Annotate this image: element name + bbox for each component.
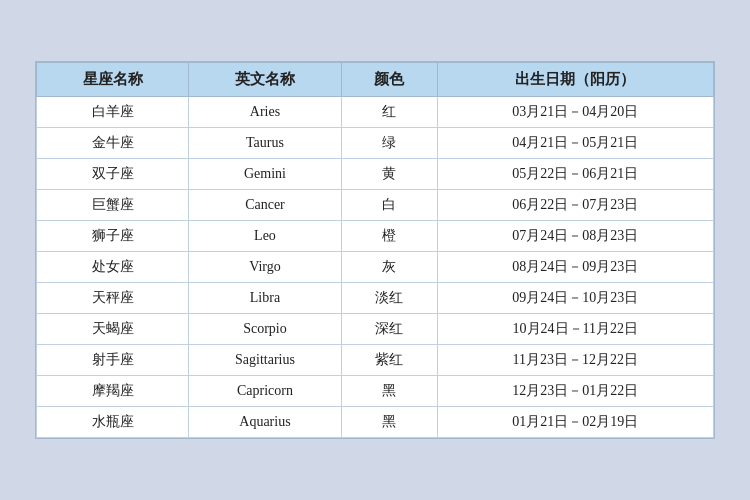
- cell-row3-col3: 06月22日－07月23日: [437, 190, 713, 221]
- table-row: 白羊座Aries红03月21日－04月20日: [37, 97, 714, 128]
- cell-row2-col1: Gemini: [189, 159, 341, 190]
- cell-row7-col2: 深红: [341, 314, 437, 345]
- header-col-2: 颜色: [341, 63, 437, 97]
- cell-row9-col2: 黑: [341, 376, 437, 407]
- cell-row3-col0: 巨蟹座: [37, 190, 189, 221]
- cell-row1-col3: 04月21日－05月21日: [437, 128, 713, 159]
- cell-row1-col2: 绿: [341, 128, 437, 159]
- table-body: 白羊座Aries红03月21日－04月20日金牛座Taurus绿04月21日－0…: [37, 97, 714, 438]
- cell-row7-col3: 10月24日－11月22日: [437, 314, 713, 345]
- cell-row8-col0: 射手座: [37, 345, 189, 376]
- cell-row5-col2: 灰: [341, 252, 437, 283]
- table-row: 天蝎座Scorpio深红10月24日－11月22日: [37, 314, 714, 345]
- table-row: 处女座Virgo灰08月24日－09月23日: [37, 252, 714, 283]
- cell-row6-col1: Libra: [189, 283, 341, 314]
- cell-row6-col2: 淡红: [341, 283, 437, 314]
- cell-row8-col2: 紫红: [341, 345, 437, 376]
- cell-row7-col1: Scorpio: [189, 314, 341, 345]
- cell-row6-col3: 09月24日－10月23日: [437, 283, 713, 314]
- table-row: 水瓶座Aquarius黑01月21日－02月19日: [37, 407, 714, 438]
- cell-row10-col3: 01月21日－02月19日: [437, 407, 713, 438]
- cell-row5-col1: Virgo: [189, 252, 341, 283]
- cell-row8-col1: Sagittarius: [189, 345, 341, 376]
- cell-row2-col3: 05月22日－06月21日: [437, 159, 713, 190]
- table-row: 射手座Sagittarius紫红11月23日－12月22日: [37, 345, 714, 376]
- cell-row9-col1: Capricorn: [189, 376, 341, 407]
- table-row: 巨蟹座Cancer白06月22日－07月23日: [37, 190, 714, 221]
- cell-row10-col2: 黑: [341, 407, 437, 438]
- header-col-3: 出生日期（阳历）: [437, 63, 713, 97]
- table-row: 金牛座Taurus绿04月21日－05月21日: [37, 128, 714, 159]
- table-row: 狮子座Leo橙07月24日－08月23日: [37, 221, 714, 252]
- cell-row5-col3: 08月24日－09月23日: [437, 252, 713, 283]
- cell-row0-col0: 白羊座: [37, 97, 189, 128]
- cell-row3-col2: 白: [341, 190, 437, 221]
- cell-row7-col0: 天蝎座: [37, 314, 189, 345]
- table-row: 摩羯座Capricorn黑12月23日－01月22日: [37, 376, 714, 407]
- cell-row4-col2: 橙: [341, 221, 437, 252]
- cell-row1-col0: 金牛座: [37, 128, 189, 159]
- cell-row5-col0: 处女座: [37, 252, 189, 283]
- cell-row8-col3: 11月23日－12月22日: [437, 345, 713, 376]
- cell-row6-col0: 天秤座: [37, 283, 189, 314]
- cell-row0-col3: 03月21日－04月20日: [437, 97, 713, 128]
- cell-row10-col1: Aquarius: [189, 407, 341, 438]
- cell-row2-col0: 双子座: [37, 159, 189, 190]
- header-col-1: 英文名称: [189, 63, 341, 97]
- zodiac-table: 星座名称英文名称颜色出生日期（阳历） 白羊座Aries红03月21日－04月20…: [36, 62, 714, 438]
- cell-row0-col1: Aries: [189, 97, 341, 128]
- cell-row9-col0: 摩羯座: [37, 376, 189, 407]
- cell-row4-col1: Leo: [189, 221, 341, 252]
- cell-row4-col3: 07月24日－08月23日: [437, 221, 713, 252]
- cell-row1-col1: Taurus: [189, 128, 341, 159]
- cell-row2-col2: 黄: [341, 159, 437, 190]
- table-header-row: 星座名称英文名称颜色出生日期（阳历）: [37, 63, 714, 97]
- table-row: 天秤座Libra淡红09月24日－10月23日: [37, 283, 714, 314]
- table-row: 双子座Gemini黄05月22日－06月21日: [37, 159, 714, 190]
- cell-row3-col1: Cancer: [189, 190, 341, 221]
- cell-row10-col0: 水瓶座: [37, 407, 189, 438]
- cell-row9-col3: 12月23日－01月22日: [437, 376, 713, 407]
- cell-row0-col2: 红: [341, 97, 437, 128]
- header-col-0: 星座名称: [37, 63, 189, 97]
- zodiac-table-container: 星座名称英文名称颜色出生日期（阳历） 白羊座Aries红03月21日－04月20…: [35, 61, 715, 439]
- cell-row4-col0: 狮子座: [37, 221, 189, 252]
